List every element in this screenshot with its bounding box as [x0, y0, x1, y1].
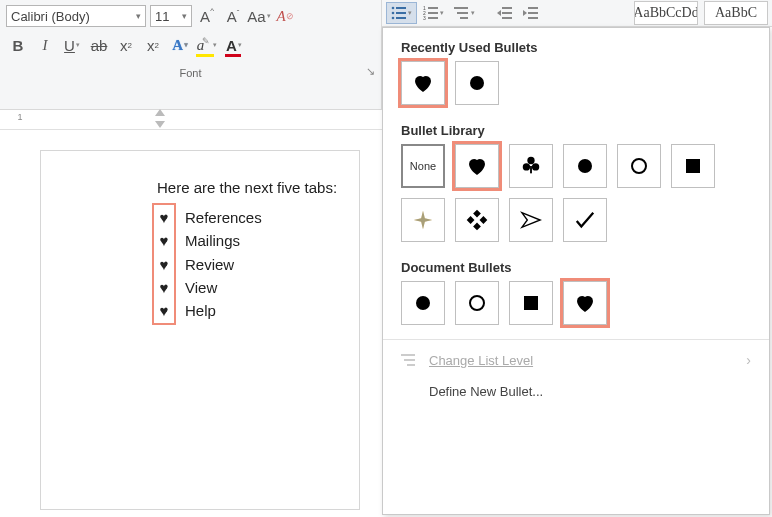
- chevron-down-icon: ▾: [136, 11, 141, 21]
- bold-button[interactable]: B: [6, 33, 30, 57]
- horizontal-ruler[interactable]: 1: [0, 110, 382, 130]
- list-item: ♥Help: [157, 299, 339, 322]
- font-size-value: 11: [155, 9, 169, 24]
- svg-marker-22: [523, 10, 527, 16]
- svg-rect-17: [502, 17, 512, 19]
- highlight-button[interactable]: a✎ ▾: [195, 33, 219, 57]
- svg-text:3: 3: [423, 15, 426, 20]
- first-line-indent-marker[interactable]: [155, 109, 165, 116]
- increase-indent-button[interactable]: [519, 2, 543, 24]
- strikethrough-button[interactable]: ab: [87, 33, 111, 57]
- svg-point-26: [532, 163, 539, 170]
- bullet-swatch[interactable]: [455, 61, 499, 105]
- font-dialog-launcher[interactable]: ↘: [366, 65, 375, 78]
- svg-point-0: [392, 7, 395, 10]
- numbering-button[interactable]: 123 ▾: [419, 2, 448, 24]
- bullets-button[interactable]: ▾: [386, 2, 417, 24]
- bullet-library-grid: None: [383, 144, 743, 248]
- document-workspace: 1 Here are the next five tabs: ♥Referenc…: [0, 110, 382, 517]
- svg-point-4: [392, 17, 395, 20]
- bullet-swatch[interactable]: [563, 281, 607, 325]
- superscript-button[interactable]: x2: [141, 33, 165, 57]
- grow-font-button[interactable]: A^: [196, 5, 218, 27]
- svg-point-24: [527, 157, 534, 164]
- bullet-swatch[interactable]: [455, 198, 499, 242]
- bulleted-list: ♥References♥Mailings♥Review♥View♥Help: [157, 206, 339, 322]
- bullet-swatch[interactable]: [455, 281, 499, 325]
- bullets-icon: [391, 6, 407, 20]
- bullet-library-heading: Bullet Library: [401, 123, 769, 138]
- bullet-swatch[interactable]: [509, 144, 553, 188]
- bullet-swatch-none[interactable]: None: [401, 144, 445, 188]
- decrease-indent-button[interactable]: [493, 2, 517, 24]
- svg-rect-21: [528, 17, 538, 19]
- svg-point-38: [416, 296, 430, 310]
- svg-marker-37: [522, 213, 540, 228]
- chevron-down-icon: ▾: [471, 9, 475, 17]
- svg-rect-30: [686, 159, 700, 173]
- document-page[interactable]: Here are the next five tabs: ♥References…: [40, 150, 360, 510]
- shrink-font-button[interactable]: Aˇ: [222, 5, 244, 27]
- bullet-swatch[interactable]: [671, 144, 715, 188]
- font-size-combo[interactable]: 11 ▾: [150, 5, 192, 27]
- heart-bullet-icon: ♥: [157, 253, 171, 276]
- numbering-icon: 123: [423, 6, 439, 20]
- define-new-bullet-label: Define New Bullet...: [429, 384, 543, 399]
- list-item-text: Help: [185, 299, 216, 322]
- svg-rect-1: [396, 7, 406, 9]
- list-item-text: References: [185, 206, 262, 229]
- document-bullets-heading: Document Bullets: [401, 260, 769, 275]
- font-group-label: Font: [179, 67, 201, 79]
- svg-marker-18: [497, 10, 501, 16]
- svg-rect-19: [528, 7, 538, 9]
- svg-rect-27: [530, 166, 532, 173]
- heart-bullet-icon: ♥: [157, 206, 171, 229]
- bullet-swatch[interactable]: [401, 281, 445, 325]
- svg-marker-32: [414, 211, 432, 229]
- bullet-swatch[interactable]: [509, 198, 553, 242]
- clear-formatting-button[interactable]: A⊘: [274, 5, 296, 27]
- define-new-bullet-menu[interactable]: Define New Bullet...: [383, 376, 769, 407]
- hanging-indent-marker[interactable]: [155, 121, 165, 128]
- heart-bullet-icon: ♥: [157, 276, 171, 299]
- svg-rect-16: [502, 12, 512, 14]
- list-item-text: View: [185, 276, 217, 299]
- recent-bullets-row: [383, 61, 769, 111]
- underline-button[interactable]: U▾: [60, 33, 84, 57]
- svg-rect-43: [407, 364, 415, 366]
- bullet-swatch[interactable]: [401, 61, 445, 105]
- svg-rect-33: [473, 210, 481, 218]
- svg-rect-15: [502, 7, 512, 9]
- multilevel-list-button[interactable]: ▾: [450, 2, 479, 24]
- ribbon-paragraph-strip: ▾ 123 ▾ ▾ AaBbCcDd AaBbC: [382, 0, 772, 27]
- bullet-swatch[interactable]: [563, 144, 607, 188]
- bullet-swatch[interactable]: [455, 144, 499, 188]
- style-preview-heading[interactable]: AaBbC: [704, 1, 768, 25]
- list-item-text: Mailings: [185, 229, 240, 252]
- chevron-down-icon: ▾: [408, 9, 412, 17]
- list-item: ♥Review: [157, 253, 339, 276]
- svg-rect-42: [404, 359, 415, 361]
- font-color-button[interactable]: A ▾: [222, 33, 246, 57]
- subscript-button[interactable]: x2: [114, 33, 138, 57]
- svg-point-23: [470, 76, 484, 90]
- bullet-swatch[interactable]: [563, 198, 607, 242]
- ruler-number: 1: [17, 112, 22, 122]
- list-level-icon: [401, 353, 417, 367]
- svg-rect-20: [528, 12, 538, 14]
- bullet-swatch[interactable]: [509, 281, 553, 325]
- font-name-value: Calibri (Body): [11, 9, 90, 24]
- style-preview-normal[interactable]: AaBbCcDd: [634, 1, 698, 25]
- bullet-swatch[interactable]: [401, 198, 445, 242]
- svg-rect-12: [454, 7, 468, 9]
- bullet-swatch[interactable]: [617, 144, 661, 188]
- recent-bullets-heading: Recently Used Bullets: [401, 40, 769, 55]
- font-name-combo[interactable]: Calibri (Body) ▾: [6, 5, 146, 27]
- text-effects-button[interactable]: A▾: [168, 33, 192, 57]
- change-case-button[interactable]: Aa▾: [248, 5, 270, 27]
- svg-point-2: [392, 12, 395, 15]
- italic-button[interactable]: I: [33, 33, 57, 57]
- svg-rect-14: [460, 17, 468, 19]
- svg-rect-5: [396, 17, 406, 19]
- intro-text: Here are the next five tabs:: [157, 179, 339, 196]
